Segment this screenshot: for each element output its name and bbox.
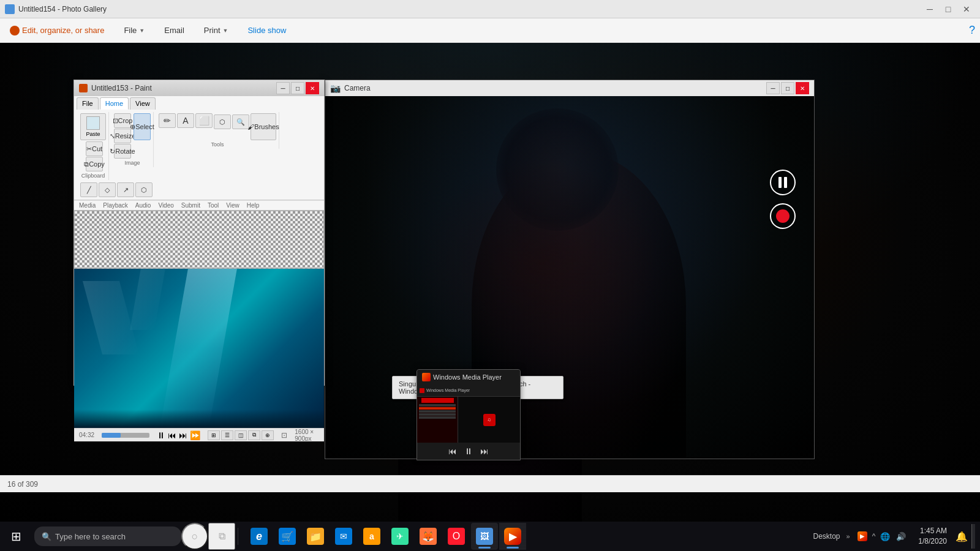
show-desktop-button[interactable] bbox=[971, 524, 975, 549]
tripadvisor-taskbar-button[interactable]: ✈ bbox=[386, 523, 413, 550]
wmp-play-button[interactable]: ⏸ bbox=[464, 446, 473, 456]
shape-tool-3[interactable]: ↗ bbox=[117, 182, 134, 197]
view-btn-5[interactable]: ⊕ bbox=[262, 430, 274, 440]
camera-maximize[interactable]: □ bbox=[781, 82, 794, 94]
paint-tabs: File Home View bbox=[74, 96, 324, 110]
shape-tool-4[interactable]: ⬡ bbox=[135, 182, 153, 197]
copy-button[interactable]: ⧉ Copy bbox=[86, 157, 103, 171]
organize-menu[interactable]: Edit, organize, or share bbox=[5, 23, 109, 38]
shape-tool-1[interactable]: ╱ bbox=[80, 182, 97, 197]
light-ray-1 bbox=[83, 281, 139, 354]
window-title: Untitled154 - Photo Gallery bbox=[18, 5, 107, 13]
wmp-popup-icon bbox=[422, 373, 431, 381]
help-button[interactable]: ? bbox=[969, 24, 975, 37]
brushes-button[interactable]: 🖌 Brushes bbox=[251, 113, 276, 140]
pause-control[interactable] bbox=[770, 170, 796, 195]
search-box[interactable]: 🔍 Type here to search bbox=[34, 527, 181, 546]
paint-close[interactable]: ✕ bbox=[306, 82, 319, 94]
paint-tab-home[interactable]: Home bbox=[100, 97, 129, 110]
eraser-button[interactable]: ⬜ bbox=[195, 113, 213, 128]
pause-line-2 bbox=[784, 177, 787, 188]
explorer-taskbar-button[interactable]: 📁 bbox=[302, 523, 329, 550]
expand-icon[interactable]: ⊡ bbox=[281, 431, 287, 440]
clock[interactable]: 1:45 AM 1/8/2020 bbox=[913, 526, 952, 547]
paste-label: Paste bbox=[86, 131, 100, 137]
magnify-button[interactable]: 🔍 bbox=[232, 114, 249, 129]
app-icon bbox=[5, 4, 15, 14]
paint-maximize[interactable]: □ bbox=[291, 82, 304, 94]
camera-minimize[interactable]: ─ bbox=[766, 82, 780, 94]
wmp-list-item-5 bbox=[419, 416, 456, 419]
wmp-tray-icon[interactable]: ▶ bbox=[855, 529, 870, 544]
prev-button[interactable]: ⏮ bbox=[168, 430, 176, 440]
text-button[interactable]: A bbox=[177, 113, 194, 128]
photogallery-taskbar-button[interactable]: 🖼 bbox=[471, 523, 498, 550]
print-menu[interactable]: Print ▼ bbox=[199, 23, 233, 37]
pencil-tools: ✏ A ⬜ bbox=[159, 113, 213, 140]
email-menu[interactable]: Email bbox=[159, 23, 189, 37]
skip-end-button[interactable]: ⏩ bbox=[190, 430, 200, 440]
status-bar: 16 of 309 bbox=[0, 475, 980, 492]
network-tray-icon[interactable]: 🌐 bbox=[878, 529, 892, 544]
file-menu[interactable]: File ▼ bbox=[119, 23, 149, 37]
view-btn-4[interactable]: ⧉ bbox=[248, 430, 260, 440]
maximize-button[interactable]: □ bbox=[940, 2, 957, 17]
wmp-prev-button[interactable]: ⏮ bbox=[448, 446, 457, 456]
close-button[interactable]: ✕ bbox=[958, 2, 975, 17]
opera-taskbar-button[interactable]: O bbox=[443, 523, 470, 550]
paint-tab-file[interactable]: File bbox=[77, 97, 99, 110]
tray-chevron[interactable]: ^ bbox=[871, 532, 877, 541]
shape-tool-2[interactable]: ◇ bbox=[99, 182, 116, 197]
paint-canvas[interactable] bbox=[74, 211, 324, 428]
fill-tools: ⬡ 🔍 bbox=[214, 114, 249, 140]
pb-playback: Playback bbox=[103, 202, 128, 209]
select-button[interactable]: ⊕ Select bbox=[134, 113, 151, 140]
wmp-mini-title: Windows Media Player bbox=[426, 388, 470, 392]
paint-minimize[interactable]: ─ bbox=[276, 82, 290, 94]
paint-window: Untitled153 - Paint ─ □ ✕ File Home View bbox=[74, 80, 325, 386]
tool-btns: ✏ A ⬜ ⬡ 🔍 🖌 Brushes bbox=[159, 113, 276, 140]
next-button[interactable]: ⏭ bbox=[179, 430, 187, 440]
store-taskbar-button[interactable]: 🛒 bbox=[274, 523, 301, 550]
slideshow-menu[interactable]: Slide show bbox=[243, 23, 291, 37]
paint-title-text: Untitled153 - Paint bbox=[91, 84, 152, 92]
firefox-icon: 🦊 bbox=[420, 528, 437, 545]
view-btn-1[interactable]: ⊞ bbox=[208, 430, 220, 440]
wmp-taskbar-button[interactable]: ▶ bbox=[499, 523, 526, 550]
task-view-button[interactable]: ⧉ bbox=[208, 523, 235, 550]
wmp-list-item-4 bbox=[419, 413, 456, 416]
slideshow-label: Slide show bbox=[247, 26, 286, 35]
amazon-taskbar-button[interactable]: a bbox=[358, 523, 385, 550]
crop-button[interactable]: ⊡ Crop bbox=[114, 113, 131, 128]
paste-button[interactable]: Paste bbox=[80, 113, 106, 140]
view-btn-3[interactable]: ◫ bbox=[235, 430, 247, 440]
wmp-thumb-preview[interactable]: Windows Media Player bbox=[417, 384, 520, 443]
camera-close[interactable]: ✕ bbox=[796, 82, 809, 94]
minimize-button[interactable]: ─ bbox=[921, 2, 938, 17]
cut-button[interactable]: ✂ Cut bbox=[86, 141, 103, 156]
cortana-button[interactable]: ○ bbox=[181, 523, 208, 550]
resize-button[interactable]: ⤡ Resize bbox=[114, 129, 131, 143]
paste-icon bbox=[86, 116, 100, 130]
underwater-scene bbox=[74, 269, 324, 428]
taskbar-right: Desktop » ▶ ^ 🌐 🔊 1:45 AM 1/8/2020 🔔 bbox=[809, 522, 980, 551]
pb-view: View bbox=[226, 202, 239, 209]
fill-button[interactable]: ⬡ bbox=[214, 114, 231, 129]
paint-tab-view[interactable]: View bbox=[130, 97, 156, 110]
image-tool-group: ⊡ Crop ⤡ Resize ↻ Rotate bbox=[114, 113, 131, 159]
wmp-next-button[interactable]: ⏭ bbox=[480, 446, 489, 456]
paint-progress-bar[interactable] bbox=[102, 433, 149, 438]
view-btn-2[interactable]: ☰ bbox=[221, 430, 233, 440]
rotate-button[interactable]: ↻ Rotate bbox=[114, 144, 131, 159]
mail-taskbar-button[interactable]: ✉ bbox=[330, 523, 357, 550]
volume-tray-icon[interactable]: 🔊 bbox=[894, 529, 908, 544]
camera-title-text: Camera bbox=[344, 84, 371, 92]
firefox-taskbar-button[interactable]: 🦊 bbox=[415, 523, 442, 550]
ie-taskbar-button[interactable]: e bbox=[246, 523, 273, 550]
play-button[interactable]: ⏸ bbox=[157, 430, 165, 440]
record-control[interactable] bbox=[770, 203, 796, 229]
notification-button[interactable]: 🔔 bbox=[954, 529, 969, 544]
start-button[interactable]: ⊞ bbox=[0, 522, 32, 551]
desktop-label[interactable]: Desktop bbox=[809, 532, 843, 541]
pencil-button[interactable]: ✏ bbox=[159, 113, 176, 128]
